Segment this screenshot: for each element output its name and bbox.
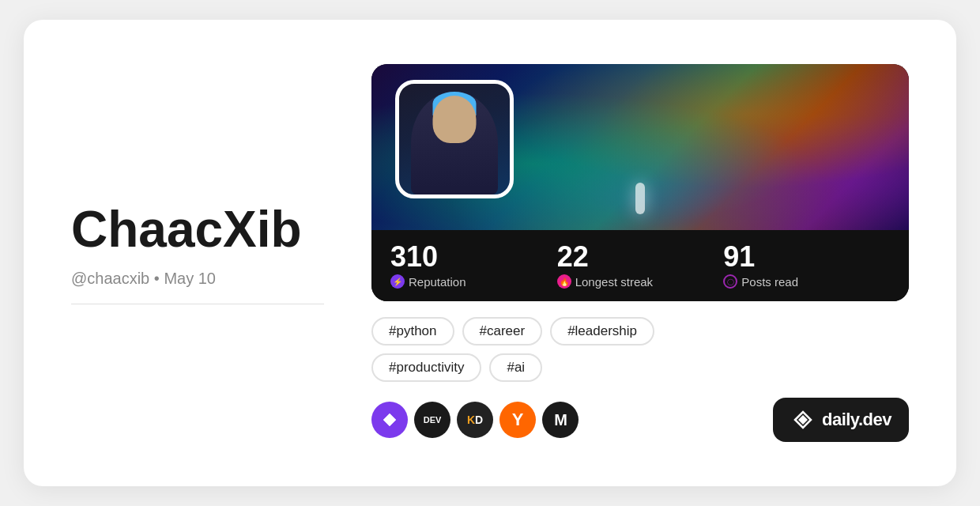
source-devto-icon[interactable]: DEV [414,402,450,438]
stat-streak-value: 22 [557,243,724,271]
posts-text: Posts read [741,275,798,289]
stats-bar: 310 ⚡ Reputation 22 🔥 Longest streak 91 [371,230,909,301]
streak-text: Longest streak [575,275,653,289]
source-kdnuggets-icon[interactable]: KD [457,402,493,438]
stat-streak-label: 🔥 Longest streak [557,274,724,289]
stat-reputation: 310 ⚡ Reputation [390,243,557,289]
stat-posts: 91 ◯ Posts read [723,243,890,289]
tag-ai[interactable]: #ai [489,353,542,382]
handle: @chaacxib [71,270,149,287]
daily-dev-text: daily.dev [822,410,891,430]
reputation-text: Reputation [409,275,466,289]
stat-streak: 22 🔥 Longest streak [557,243,724,289]
join-date: May 10 [164,270,216,287]
daily-bold: daily [822,410,858,429]
source-icons: DEV KD Y M [371,402,579,438]
daily-light: .dev [858,410,891,429]
tag-leadership[interactable]: #leadership [550,317,654,346]
daily-dev-logo: daily.dev [773,398,909,442]
stat-reputation-value: 310 [390,243,557,271]
avatar [395,80,514,198]
username: ChaacXib [71,202,324,257]
right-panel: 310 ⚡ Reputation 22 🔥 Longest streak 91 [371,64,909,442]
stat-posts-label: ◯ Posts read [723,274,890,289]
left-panel: ChaacXib @chaacxib • May 10 [71,202,324,304]
avatar-figure [411,92,498,194]
bottom-row: DEV KD Y M daily.dev [371,398,909,442]
tag-career[interactable]: #career [462,317,543,346]
daily-dev-logo-icon [790,407,816,432]
tags-row-1: #python #career #leadership [371,317,909,346]
divider [71,304,324,304]
profile-visual-card: 310 ⚡ Reputation 22 🔥 Longest streak 91 [371,64,909,301]
tag-python[interactable]: #python [371,317,454,346]
handle-date: @chaacxib • May 10 [71,270,324,288]
separator: • [154,270,160,287]
source-medium-icon[interactable]: M [542,402,579,438]
profile-card-container: ChaacXib @chaacxib • May 10 310 [24,20,956,486]
tags-row-2: #productivity #ai [371,353,909,382]
source-ycombinator-icon[interactable]: Y [499,402,536,438]
streak-icon: 🔥 [557,274,571,289]
banner-image [371,64,909,230]
posts-icon: ◯ [723,274,737,289]
source-daily-icon[interactable] [371,402,408,438]
avatar-head [433,96,477,143]
tags-section: #python #career #leadership #productivit… [371,317,909,382]
tag-productivity[interactable]: #productivity [371,353,481,382]
stat-reputation-label: ⚡ Reputation [390,274,557,289]
stat-posts-value: 91 [723,243,890,271]
reputation-icon: ⚡ [390,274,405,289]
